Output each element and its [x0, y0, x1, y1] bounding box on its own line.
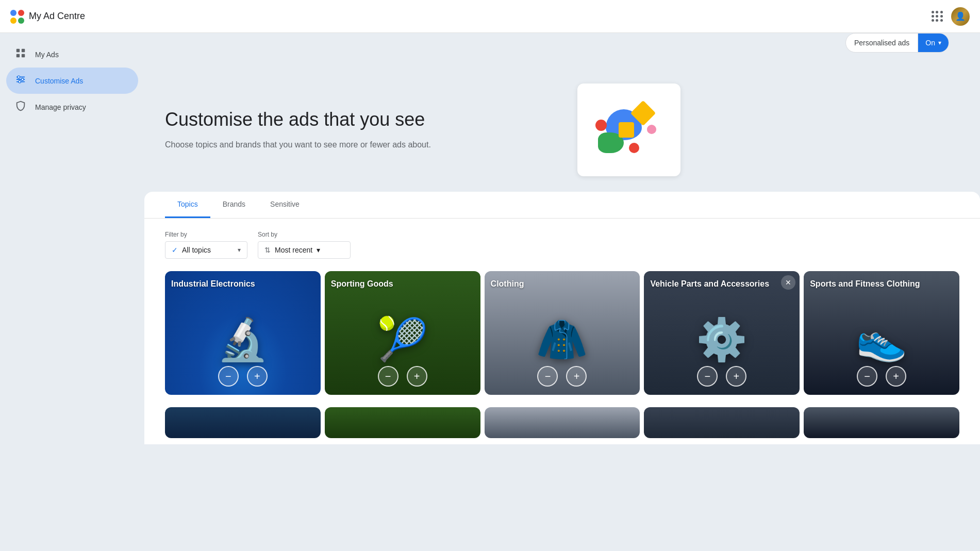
partial-card-1[interactable]: [165, 407, 321, 438]
hero-text: Customise the ads that you see Choose to…: [165, 109, 431, 151]
partial-card-5[interactable]: [804, 407, 959, 438]
card-sports-fitness-title: Sports and Fitness Clothing: [804, 271, 959, 289]
card-clothing-content: Clothing − +: [485, 271, 640, 395]
sidebar-item-customise-ads[interactable]: Customise Ads: [6, 68, 138, 94]
card-sporting-goods[interactable]: Sporting Goods − +: [325, 271, 480, 395]
sort-value: Most recent: [275, 246, 312, 254]
card-vehicle-actions: − +: [644, 366, 800, 395]
filter-chevron-icon: ▾: [238, 246, 241, 254]
card-vehicle-content: Vehicle Parts and Accessories ✕ − +: [644, 271, 800, 395]
sidebar-item-manage-privacy[interactable]: Manage privacy: [6, 94, 138, 120]
customise-ads-label: Customise Ads: [35, 77, 83, 85]
card-sporting-add-btn[interactable]: +: [407, 366, 427, 387]
customise-ads-icon: [14, 74, 27, 88]
toggle-chevron: ▾: [938, 39, 941, 46]
sort-by-select[interactable]: ⇅ Most recent ▾: [258, 241, 351, 259]
card-clothing-title: Clothing: [485, 271, 640, 289]
sidebar-item-my-ads[interactable]: My Ads: [6, 41, 138, 68]
card-industrial-remove-btn[interactable]: −: [218, 366, 239, 387]
hero-title: Customise the ads that you see: [165, 109, 431, 130]
card-vehicle-parts[interactable]: Vehicle Parts and Accessories ✕ − +: [644, 271, 800, 395]
card-sports-fitness-content: Sports and Fitness Clothing − +: [804, 271, 959, 395]
filter-check-icon: ✓: [172, 246, 178, 254]
personalised-ads-toggle[interactable]: On ▾: [918, 34, 949, 52]
card-clothing-remove-btn[interactable]: −: [537, 366, 558, 387]
card-sports-fitness-actions: − +: [804, 366, 959, 395]
manage-privacy-icon: [14, 100, 27, 114]
hero-illustration: [567, 78, 680, 181]
toggle-state-label: On: [925, 39, 935, 47]
svg-rect-1: [22, 49, 25, 52]
my-ads-icon: [14, 47, 27, 61]
card-sporting-content: Sporting Goods − +: [325, 271, 480, 395]
card-sporting-title: Sporting Goods: [325, 271, 480, 289]
sidebar: My Ads Customise Ads Manage: [0, 33, 144, 551]
tab-topics[interactable]: Topics: [165, 192, 210, 218]
card-industrial-content: Industrial Electronics − +: [165, 271, 321, 395]
card-sporting-remove-btn[interactable]: −: [378, 366, 398, 387]
my-ads-label: My Ads: [35, 51, 59, 59]
card-industrial-actions: − +: [165, 366, 321, 395]
filter-by-label: Filter by: [165, 231, 247, 238]
partial-cards-row: [144, 407, 980, 444]
svg-point-8: [21, 78, 24, 81]
card-vehicle-close-btn[interactable]: ✕: [781, 275, 795, 290]
google-logo: [10, 10, 24, 23]
svg-rect-2: [16, 54, 20, 57]
content-area: Topics Brands Sensitive Filter by ✓ All …: [144, 192, 980, 444]
card-clothing-actions: − +: [485, 366, 640, 395]
sort-by-label: Sort by: [258, 231, 351, 238]
sort-icon: ⇅: [264, 246, 271, 254]
svg-point-9: [19, 80, 21, 83]
header-logo-area: My Ad Centre: [10, 10, 85, 23]
partial-card-4[interactable]: [644, 407, 800, 438]
card-sporting-actions: − +: [325, 366, 480, 395]
filter-value: All topics: [182, 246, 234, 254]
app-layout: My Ads Customise Ads Manage: [0, 33, 980, 551]
card-industrial-add-btn[interactable]: +: [247, 366, 268, 387]
hero-section: Customise the ads that you see Choose to…: [144, 58, 711, 192]
card-clothing-add-btn[interactable]: +: [566, 366, 587, 387]
sort-chevron-icon: ▾: [317, 246, 320, 254]
app-title: My Ad Centre: [29, 11, 85, 22]
tab-sensitive[interactable]: Sensitive: [258, 192, 312, 218]
card-vehicle-remove-btn[interactable]: −: [697, 366, 718, 387]
svg-point-7: [18, 76, 20, 78]
card-sports-fitness-add-btn[interactable]: +: [886, 366, 906, 387]
card-sports-fitness-clothing[interactable]: Sports and Fitness Clothing − +: [804, 271, 959, 395]
personalised-pill[interactable]: Personalised ads On ▾: [845, 33, 949, 53]
hero-subtitle: Choose topics and brands that you want t…: [165, 139, 431, 151]
manage-privacy-label: Manage privacy: [35, 103, 86, 111]
tab-brands[interactable]: Brands: [210, 192, 258, 218]
apps-icon[interactable]: [932, 11, 943, 22]
card-industrial-title: Industrial Electronics: [165, 271, 321, 289]
header-actions: 👤: [932, 7, 970, 26]
main-content: Personalised ads On ▾ Customise the ads …: [144, 33, 980, 551]
filter-by-group: Filter by ✓ All topics ▾: [165, 231, 247, 259]
card-vehicle-title: Vehicle Parts and Accessories: [644, 271, 800, 289]
partial-card-2[interactable]: [325, 407, 480, 438]
svg-rect-0: [16, 49, 20, 52]
avatar[interactable]: 👤: [951, 7, 970, 26]
hero-card: [577, 84, 680, 176]
tabs: Topics Brands Sensitive: [144, 192, 980, 219]
personalised-ads-label: Personalised ads: [846, 34, 918, 52]
filter-area: Filter by ✓ All topics ▾ Sort by ⇅ Most …: [144, 219, 980, 267]
card-clothing[interactable]: Clothing − +: [485, 271, 640, 395]
app-header: My Ad Centre 👤: [0, 0, 980, 33]
personalised-banner: Personalised ads On ▾: [144, 33, 980, 58]
partial-card-3[interactable]: [485, 407, 640, 438]
filter-by-select[interactable]: ✓ All topics ▾: [165, 241, 247, 259]
card-vehicle-add-btn[interactable]: +: [726, 366, 746, 387]
svg-rect-3: [22, 54, 25, 57]
card-industrial-electronics[interactable]: Industrial Electronics − +: [165, 271, 321, 395]
cards-grid: Industrial Electronics − + Sporting Good…: [144, 267, 980, 407]
sort-by-group: Sort by ⇅ Most recent ▾: [258, 231, 351, 259]
card-sports-fitness-remove-btn[interactable]: −: [857, 366, 877, 387]
